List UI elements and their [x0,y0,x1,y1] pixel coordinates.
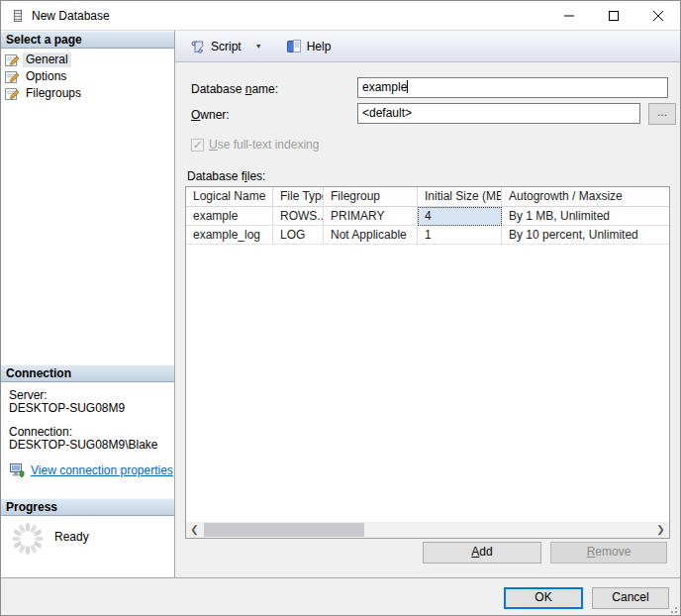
add-button[interactable]: Add [423,542,541,564]
minimize-icon [564,11,574,21]
server-value: DESKTOP-SUG08M9 [9,402,174,415]
cell-logical-name[interactable]: example_log [186,226,273,245]
cancel-button[interactable]: Cancel [592,587,669,609]
owner-label: Owner: [191,108,230,122]
toolbar: Script ▼ Help [175,31,680,62]
sidebar-item-label: Filegroups [23,86,84,101]
remove-button[interactable]: Remove [550,542,667,564]
text-cursor [407,80,408,93]
cell-autogrowth[interactable]: By 1 MB, Unlimited [502,207,669,226]
database-files-label: Database files: [187,169,265,183]
scroll-left-icon[interactable]: ❮ [186,522,203,538]
sidebar-item-options[interactable]: Options [1,68,174,85]
progress-status: Ready [54,530,89,544]
help-button[interactable]: Help [281,35,337,58]
cell-initial-size[interactable]: 1 [418,226,502,245]
column-header[interactable]: Filegroup [324,187,418,207]
cell-filegroup[interactable]: PRIMARY [324,207,418,226]
help-label: Help [307,40,332,53]
sidebar-item-label: General [23,52,71,67]
page-icon [4,87,20,101]
database-name-input[interactable]: example [357,77,668,98]
dialog-footer: OK Cancel [1,578,680,616]
cell-initial-size-selected[interactable]: 4 [418,207,502,226]
table-row: example ROWS... PRIMARY 4 By 1 MB, Unlim… [186,207,669,226]
owner-input[interactable]: <default> [357,103,640,124]
window-controls [546,1,680,30]
cell-autogrowth[interactable]: By 10 percent, Unlimited [502,226,669,245]
resize-grip[interactable] [668,604,678,614]
database-files-grid: Logical Name File Type Filegroup Initial… [185,186,670,539]
column-header[interactable]: Autogrowth / Maxsize [502,187,669,207]
main-panel: Script ▼ Help [175,31,680,577]
horizontal-scrollbar[interactable]: ❮ ❯ [186,522,669,538]
sidebar: Select a page General Op [1,31,175,577]
fulltext-checkbox-row: ✓ Use full-text indexing [191,138,319,152]
minimize-button[interactable] [546,1,591,30]
owner-browse-button[interactable]: ... [648,103,676,125]
script-icon [190,39,206,54]
chevron-down-icon: ▼ [251,43,268,50]
sidebar-spacer [1,102,174,364]
script-label: Script [211,40,242,53]
connection-properties-icon [9,462,26,478]
column-header[interactable]: File Type [273,187,324,207]
ok-button[interactable]: OK [504,587,583,609]
database-icon [10,8,26,24]
maximize-icon [609,11,619,21]
general-page-content: Database name: example Owner: <default> … [175,62,680,577]
sidebar-item-filegroups[interactable]: Filegroups [1,85,174,102]
new-database-dialog: New Database Select a page [0,0,681,616]
connection-value: DESKTOP-SUG08M9\Blake [9,439,174,452]
maximize-button[interactable] [591,1,635,30]
titlebar: New Database [1,1,680,31]
help-icon [286,39,302,54]
grid-header-row: Logical Name File Type Filegroup Initial… [186,187,669,207]
cell-file-type[interactable]: LOG [273,226,324,245]
script-dropdown-button[interactable]: ▼ [246,35,273,58]
progress-spinner-icon [10,521,46,557]
connection-header: Connection [1,364,174,382]
fulltext-checkbox[interactable]: ✓ [191,139,204,152]
window-title: New Database [32,9,546,23]
script-button[interactable]: Script [185,35,246,58]
progress-header: Progress [1,498,174,516]
page-icon [4,53,20,67]
scroll-right-icon[interactable]: ❯ [652,522,669,538]
cell-file-type[interactable]: ROWS... [273,207,324,226]
database-name-label: Database name: [191,82,278,96]
column-header[interactable]: Initial Size (MB) [418,187,502,207]
scrollbar-thumb[interactable] [204,523,364,537]
fulltext-label: Use full-text indexing [209,138,319,152]
page-list: General Options Filegr [1,49,174,102]
cell-filegroup[interactable]: Not Applicable [324,226,418,245]
table-row: example_log LOG Not Applicable 1 By 10 p… [186,226,669,245]
page-icon [4,70,20,84]
sidebar-item-label: Options [23,69,69,84]
close-icon [653,11,663,21]
select-a-page-header: Select a page [1,31,174,49]
column-header[interactable]: Logical Name [186,187,273,207]
close-button[interactable] [635,1,680,30]
view-connection-properties-link[interactable]: View connection properties [31,464,173,477]
cell-logical-name[interactable]: example [186,207,273,226]
progress-section: Ready [1,516,174,577]
sidebar-item-general[interactable]: General [1,51,174,68]
connection-section: Server: DESKTOP-SUG08M9 Connection: DESK… [1,382,174,498]
